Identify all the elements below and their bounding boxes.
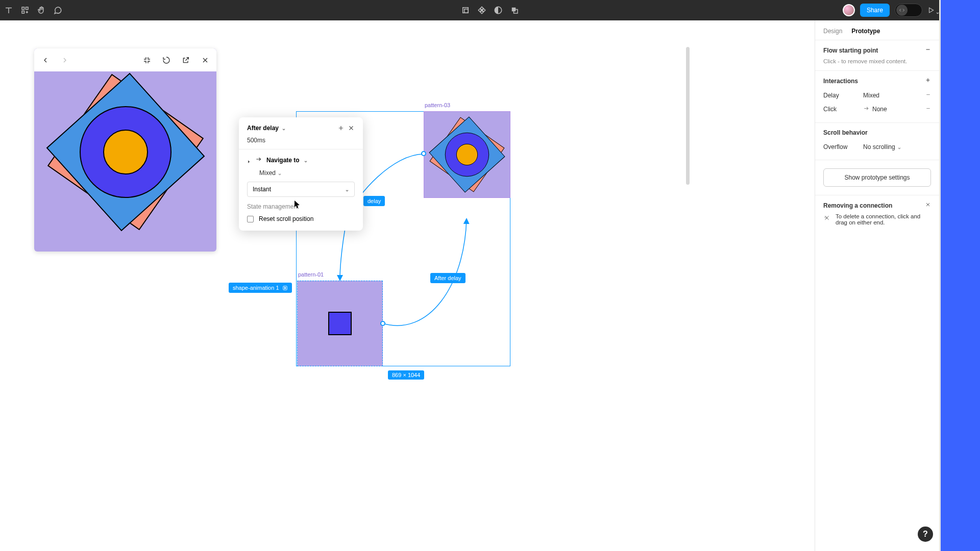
preview-toolbar: [34, 48, 216, 71]
reset-scroll-label: Reset scroll position: [259, 215, 313, 222]
flow-starting-point-badge[interactable]: shape-animation 1: [229, 283, 292, 293]
navigate-arrow-icon: [863, 105, 872, 113]
overflow-label: Overflow: [823, 143, 863, 151]
show-prototype-settings-button[interactable]: Show prototype settings: [823, 168, 931, 187]
prototype-preview-window: [34, 48, 216, 252]
window-edge-divider: [939, 0, 941, 551]
section-title: Removing a connection: [823, 202, 892, 209]
dev-mode-toggle[interactable]: [895, 4, 922, 17]
collapse-icon[interactable]: [143, 56, 151, 64]
boolean-tool-icon[interactable]: [510, 6, 519, 15]
removing-hint-text: To delete a connection, click and drag o…: [836, 213, 931, 226]
add-interaction-icon[interactable]: [925, 77, 931, 85]
animation-dropdown[interactable]: Instant: [247, 182, 355, 197]
flow-badge-label: shape-animation 1: [233, 285, 279, 291]
canvas-scrollbar[interactable]: [686, 47, 690, 185]
play-icon: [282, 285, 288, 291]
square-shape: [328, 312, 352, 335]
trigger-type-dropdown[interactable]: After delay: [247, 124, 279, 132]
frame-pattern-01[interactable]: [297, 281, 383, 366]
svg-rect-2: [22, 11, 24, 14]
panel-tabs: Design Prototype: [815, 20, 939, 40]
add-action-icon[interactable]: [337, 124, 345, 132]
flow-hint-text: Click - to remove mixed content.: [823, 58, 931, 64]
destination-dropdown[interactable]: Mixed: [259, 169, 276, 177]
frame-label[interactable]: pattern-03: [425, 102, 450, 108]
tab-design[interactable]: Design: [823, 28, 842, 35]
frame-tool-icon[interactable]: [461, 6, 470, 15]
tab-prototype[interactable]: Prototype: [851, 28, 880, 35]
window-edge-decoration: [941, 0, 980, 551]
flow-starting-point-section: Flow starting point Click - to remove mi…: [815, 40, 939, 71]
connection-label[interactable]: delay: [363, 196, 385, 206]
delay-value-field[interactable]: 500ms: [247, 137, 355, 144]
collapse-caret-icon[interactable]: [247, 158, 251, 162]
connection-label[interactable]: After delay: [430, 273, 465, 283]
chevron-down-icon: [304, 158, 308, 162]
section-title: Interactions: [823, 78, 858, 85]
comment-tool-icon[interactable]: [53, 6, 62, 15]
connection-node[interactable]: [421, 151, 426, 156]
frame-pattern-03[interactable]: [424, 111, 510, 198]
remove-flow-icon[interactable]: [925, 46, 931, 54]
checkbox-icon[interactable]: [247, 216, 254, 222]
restart-icon[interactable]: [162, 56, 170, 64]
remove-interaction-icon[interactable]: [925, 106, 931, 113]
forward-icon[interactable]: [61, 56, 69, 64]
animation-value: Instant: [253, 186, 271, 193]
chevron-down-icon: [345, 187, 349, 191]
component-menu-icon[interactable]: [477, 6, 486, 15]
interaction-destination: None: [872, 106, 925, 113]
svg-rect-4: [464, 9, 469, 13]
scroll-behavior-section: Scroll behavior Overflow No scrolling: [815, 123, 939, 160]
interaction-destination: Mixed: [863, 92, 925, 99]
chevron-down-icon: [282, 126, 286, 130]
interaction-trigger: Click: [823, 106, 863, 113]
close-icon[interactable]: [201, 56, 209, 64]
design-canvas[interactable]: pattern-03 pattern-01 shape-animation 1 …: [0, 20, 855, 551]
prototype-settings-section: Show prototype settings: [815, 160, 939, 195]
svg-rect-3: [463, 8, 469, 13]
selection-dimensions-badge: 869 × 1044: [388, 370, 424, 380]
connection-node[interactable]: [380, 321, 385, 326]
interaction-row-click[interactable]: Click None: [823, 102, 931, 116]
close-icon[interactable]: [348, 124, 355, 132]
chevron-down-icon: [278, 171, 282, 175]
interaction-details-popover: After delay 500ms Navigate to Mixed Inst…: [239, 117, 363, 231]
back-icon[interactable]: [41, 56, 50, 64]
open-external-icon[interactable]: [182, 56, 190, 64]
share-button[interactable]: Share: [860, 4, 890, 17]
hand-tool-icon[interactable]: [37, 6, 46, 15]
reset-scroll-checkbox-row[interactable]: Reset scroll position: [247, 215, 355, 222]
action-type-dropdown[interactable]: Navigate to: [266, 157, 300, 164]
mask-tool-icon[interactable]: [494, 6, 503, 15]
section-title: Scroll behavior: [823, 129, 868, 136]
chevron-down-icon: [897, 145, 901, 149]
section-title: Flow starting point: [823, 47, 878, 54]
properties-panel: Design Prototype Flow starting point Cli…: [815, 20, 939, 551]
svg-rect-1: [26, 7, 29, 10]
drag-delete-icon: [823, 214, 830, 221]
interaction-row-delay[interactable]: Delay Mixed: [823, 89, 931, 102]
remove-interaction-icon[interactable]: [925, 92, 931, 99]
preview-artwork: [34, 74, 216, 252]
frame-label[interactable]: pattern-01: [298, 271, 324, 278]
close-icon[interactable]: [925, 202, 931, 209]
top-toolbar: Share A? 47%: [0, 0, 980, 20]
interaction-trigger: Delay: [823, 92, 863, 99]
interactions-section: Interactions Delay Mixed Click None: [815, 71, 939, 123]
present-button[interactable]: [927, 7, 940, 14]
text-tool-icon[interactable]: [4, 6, 13, 15]
removing-connection-section: Removing a connection To delete a connec…: [815, 195, 939, 232]
toolbar-left-group: [4, 6, 62, 15]
overflow-value: No scrolling: [863, 143, 895, 151]
help-button[interactable]: ?: [918, 527, 933, 542]
toolbar-center-group: [461, 6, 519, 15]
svg-rect-0: [22, 7, 24, 10]
user-avatar[interactable]: [843, 4, 855, 16]
navigate-arrow-icon: [255, 156, 262, 164]
code-icon: [896, 5, 908, 16]
overflow-row[interactable]: Overflow No scrolling: [823, 140, 931, 154]
component-tool-icon[interactable]: [20, 6, 30, 15]
section-label: State management: [247, 203, 355, 210]
